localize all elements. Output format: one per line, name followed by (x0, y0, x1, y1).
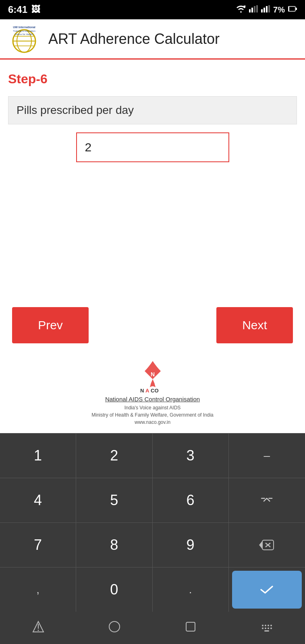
svg-text:UW International: UW International (13, 26, 35, 29)
svg-point-39 (265, 627, 266, 629)
key-tab[interactable]: ⌤ (229, 478, 305, 522)
svg-text:N: N (140, 388, 144, 393)
svg-point-38 (262, 627, 264, 629)
field-label: Pills prescribed per day (8, 96, 297, 124)
naco-logo: N N A CO National AIDS Control Organisat… (91, 357, 214, 426)
naco-text: National AIDS Control Organisation India… (91, 395, 214, 426)
keyboard-row-1: 1 2 3 – (0, 433, 305, 478)
svg-rect-13 (296, 8, 297, 10)
svg-text:A: A (145, 388, 149, 393)
svg-point-35 (265, 625, 266, 626)
image-icon: 🖼 (31, 4, 40, 15)
keyboard-row-2: 4 5 6 ⌤ (0, 478, 305, 522)
key-9[interactable]: 9 (153, 523, 229, 567)
battery-icon (288, 6, 297, 14)
svg-text:CO: CO (151, 388, 159, 393)
svg-rect-12 (288, 7, 289, 11)
nav-keyboard-icon[interactable] (261, 621, 273, 634)
buttons-row: Prev Next (8, 307, 297, 343)
battery-percent: 7% (273, 5, 285, 14)
status-bar: 6:41 🖼 (0, 0, 305, 19)
svg-text:N: N (150, 371, 154, 378)
svg-rect-6 (256, 5, 258, 12)
key-4[interactable]: 4 (0, 478, 76, 522)
wifi-icon (236, 5, 246, 14)
svg-text:Centre for Health,: Centre for Health, (15, 33, 34, 35)
next-button[interactable]: Next (216, 307, 293, 343)
nav-home-icon[interactable] (108, 621, 120, 636)
keyboard-rows: 1 2 3 – 4 5 6 ⌤ 7 8 9 (0, 433, 305, 612)
key-2[interactable]: 2 (76, 433, 152, 478)
app-title: ART Adherence Calculator (48, 31, 220, 47)
spacer (8, 170, 297, 307)
keyboard-row-4: , 0 . (0, 567, 305, 612)
svg-point-0 (240, 11, 242, 12)
key-5[interactable]: 5 (76, 478, 152, 522)
svg-rect-8 (264, 8, 265, 12)
main-content: Step-6 Pills prescribed per day Prev Nex… (0, 60, 305, 442)
key-0[interactable]: 0 (76, 568, 152, 612)
app-header: UW International Training & Education Ce… (0, 19, 305, 60)
nav-recents-icon[interactable] (185, 621, 197, 636)
status-right: 7% (236, 5, 297, 14)
step-label: Step-6 (8, 72, 297, 87)
input-container (8, 132, 297, 162)
keyboard-row-3: 7 8 9 (0, 522, 305, 567)
svg-point-37 (270, 625, 272, 626)
key-6[interactable]: 6 (153, 478, 229, 522)
key-minus[interactable]: – (229, 433, 305, 478)
uw-logo: UW International Training & Education Ce… (8, 23, 40, 55)
svg-rect-9 (266, 6, 268, 12)
key-done[interactable] (229, 568, 305, 612)
svg-rect-7 (261, 9, 263, 12)
svg-point-32 (109, 621, 120, 632)
signal2-icon (261, 5, 270, 14)
nav-bar (0, 612, 305, 644)
key-period[interactable]: . (153, 568, 229, 612)
pills-input[interactable] (76, 132, 229, 162)
svg-point-31 (37, 630, 39, 631)
svg-rect-4 (251, 8, 253, 12)
key-7[interactable]: 7 (0, 523, 76, 567)
key-8[interactable]: 8 (76, 523, 152, 567)
naco-footer: N N A CO National AIDS Control Organisat… (8, 353, 297, 434)
key-backspace[interactable] (229, 523, 305, 567)
svg-rect-3 (249, 9, 251, 12)
status-time: 6:41 (8, 4, 27, 15)
nav-back-icon[interactable] (32, 621, 44, 636)
key-comma[interactable]: , (0, 568, 76, 612)
svg-text:Training & Education: Training & Education (13, 30, 35, 32)
key-3[interactable]: 3 (153, 433, 229, 478)
status-left: 6:41 🖼 (8, 4, 40, 15)
svg-rect-10 (268, 5, 270, 12)
svg-point-36 (268, 625, 269, 626)
svg-rect-5 (254, 6, 255, 12)
svg-point-40 (268, 627, 269, 629)
prev-button[interactable]: Prev (12, 307, 89, 343)
svg-rect-33 (186, 622, 195, 631)
svg-rect-42 (264, 630, 269, 632)
keyboard: 1 2 3 – 4 5 6 ⌤ 7 8 9 (0, 433, 305, 612)
svg-point-41 (270, 627, 272, 629)
svg-point-34 (262, 625, 264, 626)
key-1[interactable]: 1 (0, 433, 76, 478)
signal-icon (249, 5, 258, 14)
